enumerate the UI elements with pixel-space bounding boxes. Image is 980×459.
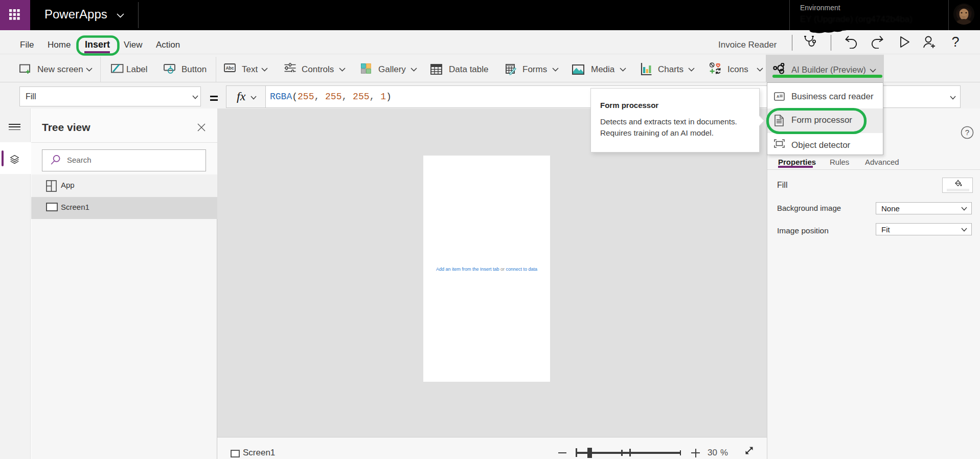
svg-text:Abc: Abc [225, 65, 234, 71]
svg-text:?: ? [965, 128, 969, 137]
svg-text:A: A [777, 94, 780, 99]
svg-text:?: ? [951, 34, 959, 50]
